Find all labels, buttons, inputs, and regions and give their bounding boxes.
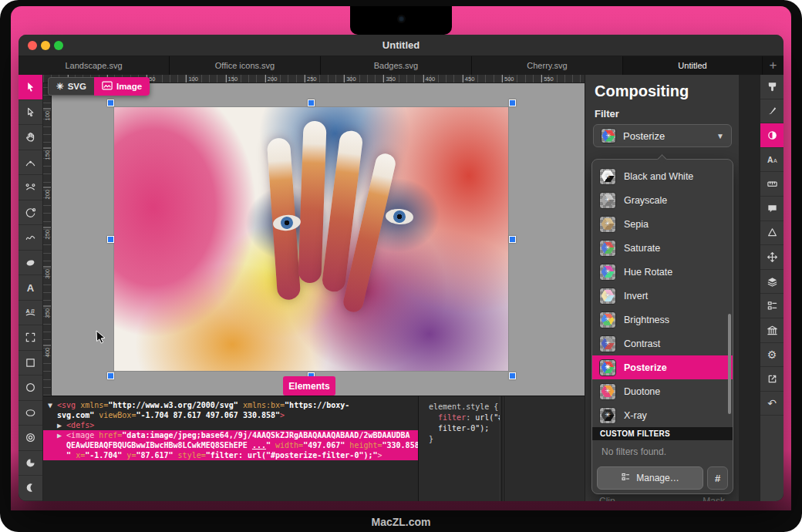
code-line[interactable]: element.style { xyxy=(424,402,502,412)
mode-svg-button[interactable]: ✳ SVG xyxy=(48,77,94,96)
arc-tool[interactable] xyxy=(19,200,42,226)
code-line[interactable]: svg.com" viewBox="-1.704 87.617 497.067 … xyxy=(43,410,418,420)
rectangle-tool[interactable] xyxy=(19,351,42,376)
transform-tool[interactable] xyxy=(760,245,783,270)
panel-title: Compositing xyxy=(595,82,689,100)
selection-handle[interactable] xyxy=(509,99,516,106)
tab-office-icons-svg[interactable]: Office icons.svg xyxy=(170,56,320,75)
manage-filters-button[interactable]: Manage… xyxy=(597,466,703,490)
hash-filter-button[interactable]: # xyxy=(707,466,728,490)
select-tool[interactable] xyxy=(19,75,42,100)
artwork-eye xyxy=(385,208,413,225)
minimize-window-button[interactable] xyxy=(41,41,50,50)
zoom-window-button[interactable] xyxy=(54,41,63,50)
measurements-tool[interactable] xyxy=(760,172,783,197)
element-style-panel[interactable]: element.style { filter: url("#posterize-… xyxy=(418,396,504,501)
list-icon xyxy=(621,472,631,484)
new-tab-button[interactable]: + xyxy=(763,56,783,75)
filter-option-label: Contrast xyxy=(624,338,660,349)
comments-tool[interactable] xyxy=(760,197,783,221)
filter-option-grayscale[interactable]: ✳Grayscale xyxy=(592,188,733,212)
geometry-tool[interactable] xyxy=(760,221,783,246)
code-line[interactable]: ▶ <defs> xyxy=(43,420,418,430)
custom-filters-header: CUSTOM FILTERS xyxy=(592,427,733,440)
fill-style-tool[interactable] xyxy=(760,75,783,99)
filter-list: ✳Black and White✳Grayscale✳Sepia✳Saturat… xyxy=(592,164,733,427)
library-tool[interactable] xyxy=(760,318,783,343)
filter-option-brightness[interactable]: ✳Brightness xyxy=(592,308,733,332)
drawing-canvas[interactable] xyxy=(52,83,585,396)
drawer-empty-pane xyxy=(504,396,585,501)
tab-badges-svg[interactable]: Badges.svg xyxy=(321,56,471,75)
text-path-tool[interactable]: AB xyxy=(19,301,42,326)
text-tool[interactable]: A xyxy=(19,275,42,301)
filter-option-label: Posterize xyxy=(624,362,667,373)
desktop-wallpaper: Untitled Landscape.svgOffice icons.svgBa… xyxy=(11,6,791,510)
pen-tool[interactable] xyxy=(19,150,42,176)
mode-image-button[interactable]: Image xyxy=(94,77,150,96)
laptop-mockup: Untitled Landscape.svgOffice icons.svgBa… xyxy=(0,0,802,532)
code-line[interactable]: filter-0"); xyxy=(424,423,502,434)
filter-option-label: Black and White xyxy=(624,171,693,182)
tab-landscape-svg[interactable]: Landscape.svg xyxy=(19,56,169,75)
filter-option-saturate[interactable]: ✳Saturate xyxy=(592,236,733,260)
svg-text:A: A xyxy=(25,308,29,313)
filter-popup: ✳Black and White✳Grayscale✳Sepia✳Saturat… xyxy=(591,159,733,494)
layers-tool[interactable] xyxy=(760,270,783,295)
ruler-tick-label: 350 xyxy=(43,306,52,318)
mouse-cursor xyxy=(96,330,106,348)
filter-option-x-ray[interactable]: ✳X-ray xyxy=(592,403,733,427)
ruler-tick-label: 100 xyxy=(43,109,52,121)
ruler-tick-label: 300 xyxy=(43,267,52,279)
tab-untitled[interactable]: Untitled xyxy=(623,56,762,75)
panels-toolbar: AA⚙↶ xyxy=(760,75,783,501)
donut-tool[interactable] xyxy=(19,426,42,451)
node-editor-tool[interactable] xyxy=(19,175,42,200)
filter-option-sepia[interactable]: ✳Sepia xyxy=(592,212,733,236)
elements-drawer-button[interactable]: Elements xyxy=(283,376,335,396)
stroke-brush-tool[interactable] xyxy=(760,99,783,124)
selection-handle[interactable] xyxy=(107,372,114,379)
edit-select-tool[interactable] xyxy=(19,100,42,126)
generators-tool[interactable]: ⚙ xyxy=(760,343,783,368)
compositing-tool[interactable] xyxy=(760,123,783,148)
history-undo-tool[interactable]: ↶ xyxy=(760,392,783,416)
objects-tool[interactable] xyxy=(760,294,783,318)
typography-tool[interactable]: AA xyxy=(760,148,783,173)
pencil-tool[interactable] xyxy=(19,225,42,251)
view-box-tool[interactable] xyxy=(19,325,42,351)
code-line[interactable]: filter: url("#posterize- xyxy=(424,412,502,423)
selected-image-object[interactable] xyxy=(114,107,508,371)
code-line[interactable]: ▼ <svg xmlns="http://www.w3.org/2000/svg… xyxy=(43,400,418,410)
filter-option-label: Duotone xyxy=(624,386,660,397)
code-line[interactable]: QEAwUEBAQFBQUGBwwIBwcHBw8LCwkMEQ8SEhEPE … xyxy=(43,440,418,450)
filter-option-posterize[interactable]: ✳Posterize xyxy=(592,355,733,379)
filter-option-duotone[interactable]: ✳Duotone xyxy=(592,379,733,403)
blob-brush-tool[interactable] xyxy=(19,251,42,276)
export-tool[interactable] xyxy=(760,367,783,392)
filter-option-hue-rotate[interactable]: ✳Hue Rotate xyxy=(592,260,733,284)
code-line[interactable]: " x="-1.704" y="87.617" style="filter: u… xyxy=(43,450,418,460)
selection-handle[interactable] xyxy=(107,236,114,243)
filter-option-contrast[interactable]: ✳Contrast xyxy=(592,332,733,355)
selection-handle[interactable] xyxy=(308,99,315,106)
code-line[interactable]: ▶ <image href="data:image/jpeg;base64,/9… xyxy=(43,430,418,440)
selection-handle[interactable] xyxy=(509,236,516,243)
pie-tool[interactable] xyxy=(19,451,42,476)
filter-hexagon-icon: ✳ xyxy=(599,168,616,185)
selection-handle[interactable] xyxy=(107,99,114,106)
code-line[interactable]: } xyxy=(424,434,502,445)
filter-list-scrollbar[interactable] xyxy=(728,314,731,414)
pan-hand-tool[interactable] xyxy=(19,125,42,150)
xml-source-panel[interactable]: ▼ <svg xmlns="http://www.w3.org/2000/svg… xyxy=(43,396,418,501)
close-window-button[interactable] xyxy=(28,41,37,50)
filter-option-invert[interactable]: ✳Invert xyxy=(592,284,733,308)
ellipse-tool[interactable] xyxy=(19,401,42,426)
filter-option-black-and-white[interactable]: ✳Black and White xyxy=(592,164,733,188)
crescent-tool[interactable] xyxy=(19,476,42,501)
filter-dropdown[interactable]: ✳ Posterize ▼ xyxy=(593,124,732,147)
stroke-brush-icon xyxy=(767,105,778,116)
circle-tool[interactable] xyxy=(19,375,42,401)
tab-cherry-svg[interactable]: Cherry.svg xyxy=(472,56,622,75)
selection-handle[interactable] xyxy=(509,372,516,379)
